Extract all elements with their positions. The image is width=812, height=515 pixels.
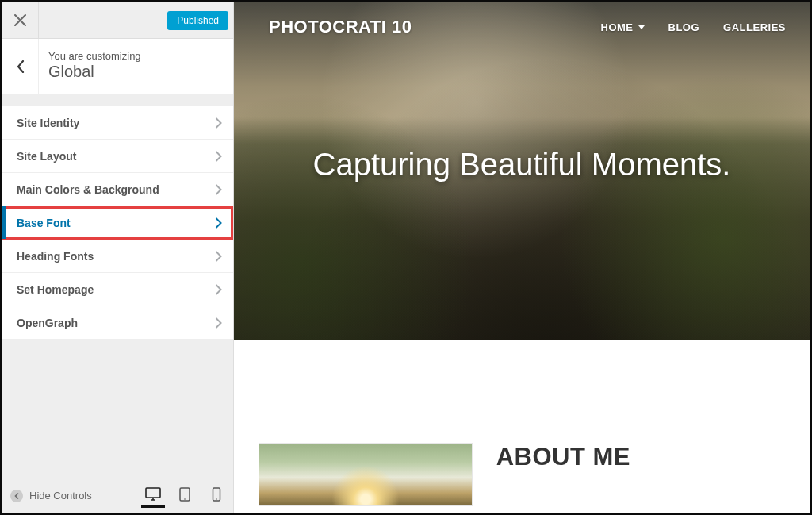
- hero-section: PHOTOCRATI 10 HOME BLOG GALLERIES Captur…: [234, 2, 810, 340]
- section-header: You are customizing Global: [2, 39, 233, 94]
- menu-item-site-identity[interactable]: Site Identity: [2, 106, 233, 140]
- section-title: Global: [48, 63, 224, 81]
- svg-rect-0: [146, 488, 160, 498]
- site-preview: PHOTOCRATI 10 HOME BLOG GALLERIES Captur…: [234, 2, 810, 513]
- about-section: ABOUT ME: [234, 340, 810, 463]
- menu-item-opengraph[interactable]: OpenGraph: [2, 306, 233, 340]
- mobile-icon: [212, 487, 221, 502]
- desktop-icon: [145, 487, 161, 502]
- device-desktop-button[interactable]: [141, 484, 165, 508]
- menu-item-main-colors[interactable]: Main Colors & Background: [2, 173, 233, 206]
- menu-item-site-layout[interactable]: Site Layout: [2, 140, 233, 173]
- about-heading: ABOUT ME: [496, 443, 810, 471]
- site-nav: PHOTOCRATI 10 HOME BLOG GALLERIES: [234, 2, 810, 37]
- sidebar-top-bar: Published: [2, 2, 233, 39]
- chevron-right-icon: [215, 251, 222, 262]
- menu-item-label: Site Identity: [17, 117, 79, 129]
- about-text-wrap: ABOUT ME: [493, 443, 810, 471]
- hide-controls-button[interactable]: Hide Controls: [10, 490, 92, 502]
- menu-item-heading-fonts[interactable]: Heading Fonts: [2, 240, 233, 273]
- menu-item-label: Site Layout: [17, 150, 76, 163]
- chevron-down-icon: [638, 25, 645, 29]
- chevron-right-icon: [215, 284, 222, 295]
- chevron-left-icon: [16, 60, 25, 73]
- sidebar-fill: [2, 340, 233, 478]
- svg-point-4: [216, 498, 217, 500]
- app-root: Published You are customizing Global Sit…: [0, 0, 812, 515]
- nav-link-home[interactable]: HOME: [601, 21, 645, 33]
- menu-item-set-homepage[interactable]: Set Homepage: [2, 273, 233, 306]
- chevron-right-icon: [215, 151, 222, 162]
- close-icon: [14, 14, 26, 26]
- menu-item-label: Set Homepage: [17, 283, 94, 296]
- section-meta: You are customizing Global: [39, 39, 233, 94]
- hero-title: Capturing Beautiful Moments.: [234, 147, 810, 183]
- device-mobile-button[interactable]: [205, 484, 228, 508]
- about-image-wrap: [234, 443, 493, 506]
- back-button[interactable]: [2, 39, 39, 94]
- publish-status-button[interactable]: Published: [167, 11, 228, 30]
- hide-controls-label: Hide Controls: [29, 490, 92, 502]
- menu-item-base-font[interactable]: Base Font: [2, 206, 233, 240]
- customizing-label: You are customizing: [48, 50, 224, 62]
- nav-link-blog[interactable]: BLOG: [668, 21, 700, 33]
- chevron-right-icon: [215, 184, 222, 195]
- sidebar-footer: Hide Controls: [2, 478, 233, 513]
- nav-link-galleries[interactable]: GALLERIES: [723, 21, 786, 33]
- nav-label: HOME: [601, 21, 634, 33]
- chevron-right-icon: [215, 217, 222, 229]
- customizer-sidebar: Published You are customizing Global Sit…: [2, 2, 234, 513]
- device-preview-group: [141, 484, 228, 508]
- about-image: [259, 443, 473, 506]
- nav-label: BLOG: [668, 21, 700, 33]
- menu-item-label: Base Font: [17, 217, 71, 229]
- menu-item-label: OpenGraph: [17, 317, 78, 329]
- site-brand[interactable]: PHOTOCRATI 10: [269, 17, 412, 37]
- device-tablet-button[interactable]: [173, 484, 197, 508]
- close-customizer-button[interactable]: [2, 2, 39, 38]
- nav-items: HOME BLOG GALLERIES: [601, 21, 786, 33]
- menu-item-label: Main Colors & Background: [17, 183, 159, 196]
- top-bar-spacer: Published: [39, 2, 233, 38]
- tablet-icon: [178, 487, 191, 502]
- svg-point-2: [184, 498, 186, 500]
- collapse-icon: [10, 490, 23, 502]
- nav-label: GALLERIES: [723, 21, 786, 33]
- customizer-menu: Site Identity Site Layout Main Colors & …: [2, 106, 233, 340]
- chevron-right-icon: [215, 317, 222, 329]
- chevron-right-icon: [215, 117, 222, 129]
- menu-item-label: Heading Fonts: [17, 250, 94, 263]
